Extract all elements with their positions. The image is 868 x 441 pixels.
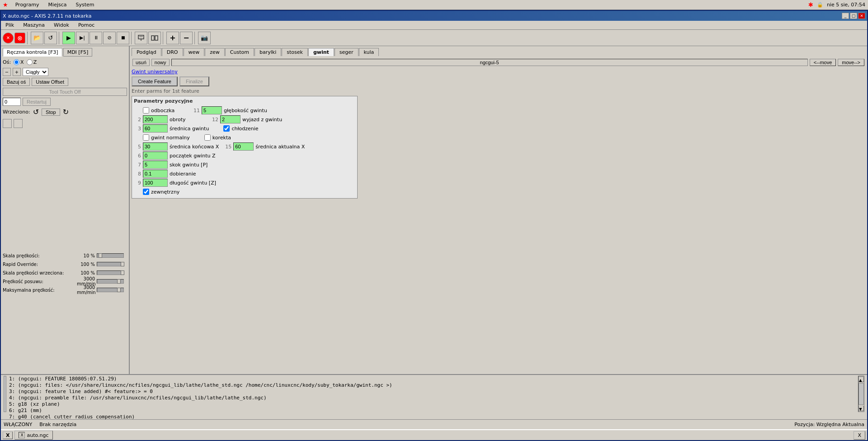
optional-stop-button[interactable]: ⏹ xyxy=(117,32,129,44)
create-feature-button[interactable]: Create Feature xyxy=(132,76,178,86)
spindle-stop-button[interactable]: Stop xyxy=(42,109,60,116)
tab-custom[interactable]: Custom xyxy=(225,48,254,56)
restart-value-input[interactable] xyxy=(3,98,21,106)
taskbar-x-button[interactable]: X xyxy=(854,431,865,440)
tab-zew[interactable]: zew xyxy=(205,48,225,56)
menu-maszyna[interactable]: Maszyna xyxy=(20,22,47,28)
system-menu[interactable]: System xyxy=(74,1,96,8)
move-forward-button[interactable]: move--> xyxy=(838,59,864,66)
menu-widok[interactable]: Widok xyxy=(51,22,72,28)
programy-menu[interactable]: Programy xyxy=(14,1,41,8)
spindle-cw-icon[interactable]: ↻ xyxy=(63,108,69,116)
feed-slider-3[interactable] xyxy=(97,279,124,284)
run-button[interactable]: ▶ xyxy=(62,32,75,44)
ngcgui-bar: usuń nowy <--move move--> xyxy=(132,58,865,67)
minimize-button[interactable]: _ xyxy=(842,13,849,19)
delete-button[interactable]: usuń xyxy=(132,59,150,66)
param-input-2[interactable] xyxy=(143,115,168,123)
zoom-plus-button[interactable]: + xyxy=(166,32,179,44)
param-input-7[interactable] xyxy=(143,161,168,169)
tool-mirror-button[interactable] xyxy=(148,32,161,44)
param-input-5[interactable] xyxy=(143,142,168,151)
param-label-7: dobieranie xyxy=(170,171,206,177)
tab-dro[interactable]: DRO xyxy=(162,48,183,56)
estop-button[interactable]: ⊗ xyxy=(14,33,25,43)
touch-off-button[interactable] xyxy=(135,32,147,44)
start-button[interactable]: X xyxy=(3,432,13,439)
maximize-button[interactable]: □ xyxy=(850,13,857,19)
param-col2-num-1: 12 xyxy=(211,117,218,123)
console-scrollbar[interactable]: ▲ ▼ xyxy=(858,376,864,412)
scrollbar-down[interactable]: ▼ xyxy=(859,406,864,411)
spindle-ccw-icon[interactable]: ↺ xyxy=(33,108,39,116)
block-delete-button[interactable]: ⊘ xyxy=(103,32,116,44)
tab-gwint[interactable]: gwint xyxy=(308,48,334,56)
axis-z-radio-label[interactable]: Z xyxy=(27,59,37,65)
pause-button[interactable]: ⏸ xyxy=(90,32,102,44)
param-check-chlodzenie[interactable] xyxy=(223,125,230,132)
tab-barylki[interactable]: barylki xyxy=(255,48,281,56)
mdi-tab[interactable]: MDI [F5] xyxy=(63,48,93,57)
param-input-6[interactable] xyxy=(143,152,168,160)
small-btn-2[interactable] xyxy=(14,119,23,128)
feed-value-0: 10 % xyxy=(77,253,95,258)
filename-input[interactable] xyxy=(171,59,808,66)
tab-seger[interactable]: seger xyxy=(335,48,359,56)
new-button[interactable]: nowy xyxy=(151,59,170,66)
reload-button[interactable]: ↺ xyxy=(44,32,57,44)
feed-rate-0: Skala prędkości: 10 % xyxy=(3,252,127,259)
feed-plus-btn[interactable]: + xyxy=(13,68,21,76)
feed-slider-0[interactable] xyxy=(97,253,124,258)
tool-touch-off-button[interactable]: Tool Touch Off xyxy=(3,88,127,96)
restart-button[interactable]: Restartuj xyxy=(23,98,51,106)
move-back-button[interactable]: <--move xyxy=(810,59,836,66)
param-row-5: 6 początek gwintu Z xyxy=(134,151,355,160)
param-input-15[interactable] xyxy=(233,142,254,151)
feed-slider-1[interactable] xyxy=(97,262,124,266)
param-input-3[interactable] xyxy=(143,124,168,133)
gwint-link[interactable]: Gwint uniwersalny xyxy=(132,69,865,75)
tab-stosek[interactable]: stosek xyxy=(282,48,308,56)
tab-kula[interactable]: kula xyxy=(359,48,379,56)
console-resize-handle[interactable] xyxy=(4,376,6,412)
tab-podglad[interactable]: Podgląd xyxy=(132,48,161,56)
param-row-3: gwint normalny korekta xyxy=(134,133,355,142)
scrollbar-thumb[interactable] xyxy=(859,383,864,405)
param-input-9[interactable] xyxy=(143,179,168,187)
param-input-8[interactable] xyxy=(143,170,168,178)
manual-control-tab[interactable]: Ręczna kontrola [F3] xyxy=(3,48,62,57)
stop-button[interactable]: ✕ xyxy=(3,33,14,43)
zoom-minus-button[interactable]: − xyxy=(180,32,193,44)
menu-plik[interactable]: Plik xyxy=(3,22,17,28)
ustaw-offset-button[interactable]: Ustaw Offset xyxy=(32,78,68,86)
linuxcnc-icon[interactable]: ★ xyxy=(3,1,8,8)
feed-slider-2[interactable] xyxy=(97,270,124,275)
param-input-12[interactable] xyxy=(220,115,241,123)
feed-slider-4[interactable] xyxy=(97,288,124,292)
axis-z-radio[interactable] xyxy=(27,59,33,65)
param-check-gwint-normalny[interactable] xyxy=(143,134,149,141)
finalize-button[interactable]: Finalize xyxy=(179,76,209,86)
axis-x-radio[interactable] xyxy=(14,59,19,65)
step-button[interactable]: ▶| xyxy=(76,32,89,44)
tab-wew[interactable]: wew xyxy=(184,48,205,56)
menu-pomoc[interactable]: Pomoc xyxy=(75,22,97,28)
axis-x-radio-label[interactable]: X xyxy=(14,59,24,65)
start-icon: X xyxy=(6,432,9,438)
param-check-odboczka[interactable] xyxy=(143,107,149,114)
bazuj-row: Bazuj oś Ustaw Offset xyxy=(3,78,127,86)
app-tab-auto[interactable]: X auto.ngc xyxy=(14,431,52,440)
scrollbar-up[interactable]: ▲ xyxy=(859,377,864,382)
open-file-button[interactable]: 📂 xyxy=(31,32,43,44)
feed-minus-btn[interactable]: − xyxy=(3,68,11,76)
camera-button[interactable]: 📷 xyxy=(198,32,211,44)
param-check-zewnetrzny[interactable] xyxy=(143,189,149,195)
miejsca-menu[interactable]: Miejsca xyxy=(47,1,69,8)
feed-mode-select[interactable]: Ciągły xyxy=(23,68,48,76)
feed-label-3: Prędkość posuwu: xyxy=(3,279,75,284)
param-check-korekta[interactable] xyxy=(204,134,211,141)
small-btn-1[interactable] xyxy=(3,119,12,128)
close-button[interactable]: ✕ xyxy=(858,13,865,19)
param-input-11[interactable] xyxy=(202,106,222,114)
bazuj-os-button[interactable]: Bazuj oś xyxy=(3,78,30,86)
